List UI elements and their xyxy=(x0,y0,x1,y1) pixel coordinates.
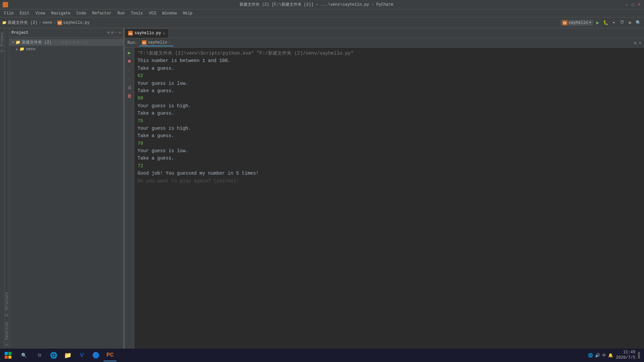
notifications-icon[interactable]: 🔔 xyxy=(608,353,613,358)
main-area: 1: Project Z: Structure 2: Favorites Pro… xyxy=(0,28,644,349)
project-tree: ▼ 📁 新建文件夹 (2) F:\新建文件夹 (2) ▶ 📁 venv xyxy=(9,38,123,349)
project-close-icon[interactable]: ✕ xyxy=(119,30,121,35)
console-line-14: 72 xyxy=(138,162,641,170)
run-configuration[interactable]: py sayhello ▼ xyxy=(560,20,593,26)
taskbar-pycharm[interactable]: PC xyxy=(103,349,117,361)
taskbar-system-icons: 🌐 🔊 中 🔔 xyxy=(588,353,613,358)
menu-refactor[interactable]: Refactor xyxy=(90,10,114,16)
taskbar-file-explorer[interactable]: 📁 xyxy=(61,349,74,361)
menu-edit[interactable]: Edit xyxy=(17,10,32,16)
minimize-button[interactable]: − xyxy=(625,2,629,7)
run-panel-header: Run: py sayhello ✕ ⚙ ✕ xyxy=(125,38,644,48)
console-line-2: 62 xyxy=(138,72,641,79)
title-bar-left xyxy=(3,2,8,7)
menu-help[interactable]: Help xyxy=(180,10,195,16)
taskbar-clock[interactable]: 11:49 2020/7/5 xyxy=(616,350,635,360)
tree-arrow-venv: ▶ xyxy=(16,47,18,51)
search-icon: 🔍 xyxy=(21,353,27,358)
run-button[interactable]: ▶ xyxy=(594,19,601,26)
editor-area: py sayhello.py ✕ Run: py sayhello ✕ ⚙ ✕ xyxy=(125,28,644,349)
scroll-up-button[interactable]: ↑ xyxy=(126,75,133,82)
title-bar: 新建文件夹 (2) [F:\新建文件夹 (2)] – ...\venv\sayh… xyxy=(0,0,644,9)
breadcrumb-venv[interactable]: venv xyxy=(43,20,52,25)
venv-folder-name: venv xyxy=(26,47,36,52)
project-sidebar-label[interactable]: 1: Project xyxy=(0,29,5,55)
menu-navigate[interactable]: Navigate xyxy=(48,10,73,16)
coverage-button[interactable]: ☂ xyxy=(610,19,617,26)
console-line-3: Your guess is low. xyxy=(138,80,641,87)
task-view-icon: ⧉ xyxy=(38,353,41,358)
menu-code[interactable]: Code xyxy=(74,10,89,16)
run-panel: Run: py sayhello ✕ ⚙ ✕ ▶ ■ xyxy=(125,38,644,349)
close-button[interactable]: ✕ xyxy=(637,2,641,7)
profile-button[interactable]: ⏱ xyxy=(619,19,625,26)
run-close-icon[interactable]: ✕ xyxy=(639,40,641,46)
structure-label[interactable]: Z: Structure xyxy=(4,290,9,319)
console-line-command: "F:\新建文件夹 (2)\venv\Scripts\python.exe" "… xyxy=(138,50,641,57)
project-sync-icon[interactable]: ⊕ xyxy=(107,30,110,35)
taskbar-viv[interactable]: V xyxy=(75,349,89,361)
print-button[interactable]: 🖨 xyxy=(126,84,133,91)
console-line-0: This number is between 1 and 100. xyxy=(138,57,641,64)
run-tab-sayhello[interactable]: py sayhello ✕ xyxy=(139,40,173,46)
run-tabs: Run: py sayhello ✕ xyxy=(127,40,631,46)
breadcrumb-sep-2: › xyxy=(54,20,56,25)
ime-icon: 中 xyxy=(602,353,606,358)
console-line-7: Take a guess. xyxy=(138,110,641,117)
menu-tools[interactable]: Tools xyxy=(128,10,146,16)
console-line-15: Good job! You guessed my number in 5 tim… xyxy=(138,170,641,177)
menu-run[interactable]: Run xyxy=(115,10,127,16)
file-explorer-icon: 📁 xyxy=(64,352,71,359)
rerun-button[interactable]: ▶ xyxy=(126,49,133,56)
volume-icon: 🔊 xyxy=(595,353,600,358)
console-line-10: Take a guess. xyxy=(138,132,641,139)
taskbar-task-view[interactable]: ⧉ xyxy=(33,349,46,361)
console-line-16: Do you want to play again? (yes/no): xyxy=(138,177,641,185)
project-folder-icon: 📁 xyxy=(2,20,7,25)
scroll-to-end-button[interactable]: ↓ xyxy=(126,66,133,74)
console-output[interactable]: "F:\新建文件夹 (2)\venv\Scripts\python.exe" "… xyxy=(134,48,644,349)
run-config-icon: py xyxy=(562,20,567,25)
toolbar-right: py sayhello ▼ ▶ 🐛 ☂ ⏱ ⚙ 🔍 xyxy=(560,19,642,26)
py-file-icon: py xyxy=(57,20,62,25)
project-panel: Project ⊕ ⚙ — ✕ ▼ 📁 新建文件夹 (2) F:\新建文件夹 (… xyxy=(9,28,123,349)
breadcrumb-project[interactable]: 📁 新建文件夹 (2) xyxy=(2,20,38,25)
favorites-label[interactable]: 2: Favorites xyxy=(4,319,9,349)
breadcrumb-file[interactable]: py sayhello.py xyxy=(57,20,90,25)
run-tab-close-icon[interactable]: ✕ xyxy=(168,40,171,45)
menu-file[interactable]: File xyxy=(1,10,16,16)
menu-view[interactable]: View xyxy=(33,10,48,16)
menu-vcs[interactable]: VCS xyxy=(146,10,159,16)
stop-button[interactable]: ■ xyxy=(126,58,133,65)
clear-button[interactable]: 🗑 xyxy=(126,93,133,100)
console-line-8: 75 xyxy=(138,117,641,125)
menu-window[interactable]: Window xyxy=(160,10,179,16)
console-line-6: Your guess is high. xyxy=(138,102,641,110)
window-title: 新建文件夹 (2) [F:\新建文件夹 (2)] – ...\venv\sayh… xyxy=(239,2,393,7)
tab-label: sayhello.py xyxy=(135,31,161,36)
show-desktop-button[interactable] xyxy=(638,352,640,359)
clock-date: 2020/7/5 xyxy=(616,355,635,361)
project-gear-icon[interactable]: ⚙ xyxy=(111,30,113,35)
windows-start-button[interactable] xyxy=(1,349,15,361)
project-collapse-icon[interactable]: — xyxy=(115,30,117,35)
run-settings-icon[interactable]: ⚙ xyxy=(634,40,637,46)
search-button[interactable]: 🔍 xyxy=(635,19,642,26)
run-config-dropdown-icon: ▼ xyxy=(589,21,591,24)
tab-close-icon[interactable]: ✕ xyxy=(163,31,165,36)
tree-venv-folder[interactable]: ▶ 📁 venv xyxy=(9,46,123,52)
taskbar-edge[interactable]: 🌐 xyxy=(47,349,60,361)
tab-sayhello[interactable]: py sayhello.py ✕ xyxy=(125,28,169,38)
tree-root-folder[interactable]: ▼ 📁 新建文件夹 (2) F:\新建文件夹 (2) xyxy=(9,39,123,46)
restore-button[interactable]: □ xyxy=(631,2,635,7)
console-line-4: Take a guess. xyxy=(138,87,641,95)
taskbar-chrome[interactable]: 🔵 xyxy=(89,349,103,361)
breadcrumb-sep-1: › xyxy=(39,20,41,25)
taskbar-search[interactable]: 🔍 xyxy=(15,349,32,361)
menu-bar: File Edit View Navigate Code Refactor Ru… xyxy=(0,9,644,17)
settings-button[interactable]: ⚙ xyxy=(627,19,633,26)
debug-button[interactable]: 🐛 xyxy=(602,19,609,26)
toolbar: 📁 新建文件夹 (2) › venv › py sayhello.py py s… xyxy=(0,17,644,28)
taskbar: 🔍 ⧉ 🌐 📁 V 🔵 PC 🌐 🔊 中 🔔 11:49 2020/7/5 xyxy=(0,349,644,362)
window-controls[interactable]: − □ ✕ xyxy=(625,2,641,7)
